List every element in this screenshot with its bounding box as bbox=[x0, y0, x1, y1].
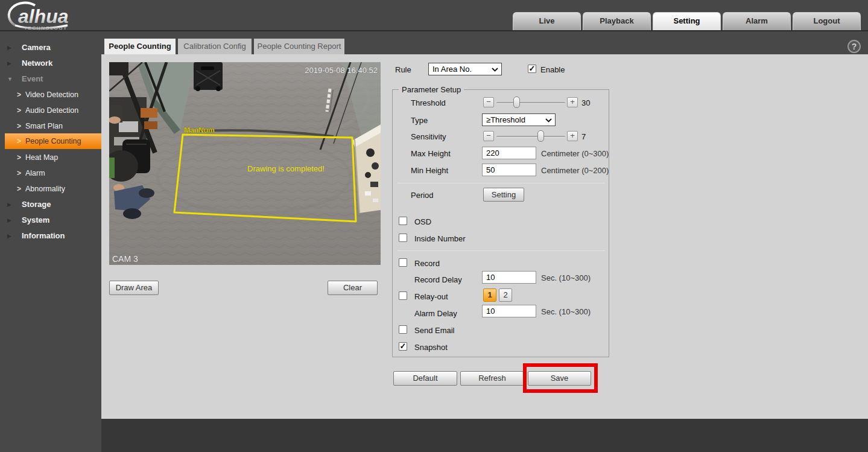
relay-channel-2-button[interactable]: 2 bbox=[499, 288, 512, 302]
sensitivity-slider-thumb[interactable] bbox=[537, 130, 544, 142]
minus-icon[interactable]: − bbox=[483, 131, 494, 141]
sidebar-item-people-counting[interactable]: > People Counting bbox=[5, 133, 101, 149]
nav-logout-button[interactable]: Logout bbox=[793, 12, 861, 30]
alarm-delay-input[interactable] bbox=[482, 305, 536, 317]
nav-live-button[interactable]: Live bbox=[513, 12, 581, 30]
sensitivity-slider-track[interactable] bbox=[496, 136, 565, 138]
inside-number-checkbox[interactable] bbox=[399, 234, 407, 242]
plus-icon[interactable]: + bbox=[567, 97, 578, 107]
expanded-arrow-icon: ▼ bbox=[7, 71, 16, 87]
sidebar-item-label: Camera bbox=[22, 40, 51, 56]
drawing-status-text: Drawing is completed! bbox=[247, 164, 325, 173]
sidebar-item-label: Abnormality bbox=[25, 181, 65, 197]
sidebar-item-event[interactable]: ▼ Event bbox=[0, 71, 101, 87]
enable-label: Enable bbox=[540, 65, 565, 74]
sidebar: ▶ Camera ▶ Network ▼ Event > Video Detec… bbox=[0, 31, 101, 452]
sidebar-item-label: Event bbox=[22, 71, 43, 87]
top-navigation: Live Playback Setting Alarm Logout bbox=[513, 12, 861, 30]
type-label: Type bbox=[411, 116, 428, 125]
refresh-button[interactable]: Refresh bbox=[460, 371, 524, 386]
relay-out-label: Relay-out bbox=[414, 292, 448, 301]
footer-bar bbox=[101, 419, 868, 452]
draw-area-button[interactable]: Draw Area bbox=[109, 281, 159, 295]
default-button[interactable]: Default bbox=[393, 371, 457, 386]
submenu-arrow-icon: > bbox=[17, 87, 21, 103]
sensitivity-label: Sensitivity bbox=[411, 132, 446, 141]
send-email-checkbox[interactable] bbox=[399, 325, 407, 334]
sidebar-item-label: Information bbox=[22, 228, 65, 244]
submenu-arrow-icon: > bbox=[17, 150, 21, 165]
sidebar-item-smart-plan[interactable]: > Smart Plan bbox=[0, 118, 101, 134]
dahua-logo: alhua TECHNOLOGY bbox=[0, 0, 109, 31]
threshold-slider-track[interactable] bbox=[496, 102, 565, 104]
chevron-down-icon bbox=[545, 118, 552, 123]
svg-text:alhua: alhua bbox=[18, 5, 69, 27]
max-height-input[interactable] bbox=[482, 147, 536, 159]
threshold-slider-thumb[interactable] bbox=[513, 97, 520, 108]
rule-select-value: In Area No. bbox=[432, 65, 472, 74]
minus-icon[interactable]: − bbox=[483, 97, 494, 107]
min-height-unit: Centimeter (0~200) bbox=[541, 166, 609, 175]
main-content: 2019-05-08 16:40:52 ManNum Drawing is co… bbox=[101, 54, 868, 419]
region-name-label: ManNum bbox=[184, 126, 215, 135]
snapshot-label: Snapshot bbox=[414, 343, 448, 352]
snapshot-checkbox[interactable]: ✓ bbox=[399, 342, 407, 351]
period-label: Period bbox=[411, 191, 434, 200]
record-label: Record bbox=[414, 259, 440, 268]
nav-setting-button[interactable]: Setting bbox=[653, 12, 721, 30]
record-delay-unit: Sec. (10~300) bbox=[541, 273, 591, 282]
clear-button[interactable]: Clear bbox=[328, 281, 378, 295]
sidebar-item-audio-detection[interactable]: > Audio Detection bbox=[0, 103, 101, 118]
sidebar-item-heat-map[interactable]: > Heat Map bbox=[0, 150, 101, 165]
min-height-input[interactable] bbox=[482, 164, 536, 176]
nav-playback-button[interactable]: Playback bbox=[583, 12, 651, 30]
relay-channel-1-button[interactable]: 1 bbox=[483, 288, 496, 302]
enable-checkbox[interactable]: ✓ bbox=[528, 65, 536, 73]
osd-checkbox[interactable] bbox=[399, 217, 407, 225]
sidebar-item-network[interactable]: ▶ Network bbox=[0, 56, 101, 71]
sidebar-item-information[interactable]: ▶ Information bbox=[0, 228, 101, 244]
osd-label: OSD bbox=[414, 217, 431, 226]
plus-icon[interactable]: + bbox=[567, 131, 578, 141]
sidebar-item-system[interactable]: ▶ System bbox=[0, 212, 101, 228]
divider bbox=[398, 183, 605, 183]
chevron-down-icon bbox=[492, 68, 498, 72]
type-select[interactable]: ≥Threshold bbox=[482, 113, 556, 126]
submenu-arrow-icon: > bbox=[17, 181, 21, 197]
sidebar-item-label: Heat Map bbox=[25, 150, 58, 165]
min-height-label: Min Height bbox=[411, 166, 448, 175]
threshold-value: 30 bbox=[581, 98, 590, 107]
type-select-value: ≥Threshold bbox=[486, 115, 525, 124]
period-setting-button[interactable]: Setting bbox=[483, 188, 524, 202]
save-button[interactable]: Save bbox=[528, 371, 591, 386]
collapsed-arrow-icon: ▶ bbox=[7, 56, 16, 71]
sidebar-item-abnormality[interactable]: > Abnormality bbox=[0, 181, 101, 197]
relay-out-checkbox[interactable] bbox=[399, 291, 407, 300]
sidebar-item-video-detection[interactable]: > Video Detection bbox=[0, 87, 101, 103]
sidebar-item-label: Network bbox=[22, 56, 52, 71]
sensitivity-value: 7 bbox=[581, 132, 586, 141]
record-checkbox[interactable] bbox=[399, 258, 407, 267]
sidebar-item-storage[interactable]: ▶ Storage bbox=[0, 197, 101, 212]
page: alhua TECHNOLOGY Live Playback Setting A… bbox=[0, 0, 868, 452]
help-icon[interactable]: ? bbox=[847, 40, 861, 53]
divider bbox=[398, 250, 605, 251]
submenu-arrow-icon: > bbox=[17, 103, 21, 118]
tab-people-counting[interactable]: People Counting bbox=[104, 39, 176, 54]
record-delay-input[interactable] bbox=[482, 271, 536, 284]
rule-select[interactable]: In Area No. bbox=[428, 63, 502, 75]
threshold-label: Threshold bbox=[411, 98, 446, 107]
tab-people-counting-report[interactable]: People Counting Report bbox=[254, 39, 344, 54]
submenu-arrow-icon: > bbox=[17, 133, 21, 149]
content-tab-strip: People Counting Calibration Config Peopl… bbox=[101, 31, 868, 54]
sidebar-item-label: Alarm bbox=[25, 165, 45, 181]
tab-calibration-config[interactable]: Calibration Config bbox=[178, 39, 252, 54]
top-bar: alhua TECHNOLOGY Live Playback Setting A… bbox=[0, 0, 868, 31]
sidebar-item-alarm[interactable]: > Alarm bbox=[0, 165, 101, 181]
sidebar-item-label: Audio Detection bbox=[25, 103, 78, 118]
video-preview-canvas[interactable]: 2019-05-08 16:40:52 ManNum Drawing is co… bbox=[109, 62, 381, 265]
nav-alarm-button[interactable]: Alarm bbox=[723, 12, 791, 30]
sidebar-item-camera[interactable]: ▶ Camera bbox=[0, 40, 101, 56]
camera-scene: 2019-05-08 16:40:52 ManNum Drawing is co… bbox=[109, 62, 381, 265]
camera-name-label: CAM 3 bbox=[112, 254, 138, 264]
